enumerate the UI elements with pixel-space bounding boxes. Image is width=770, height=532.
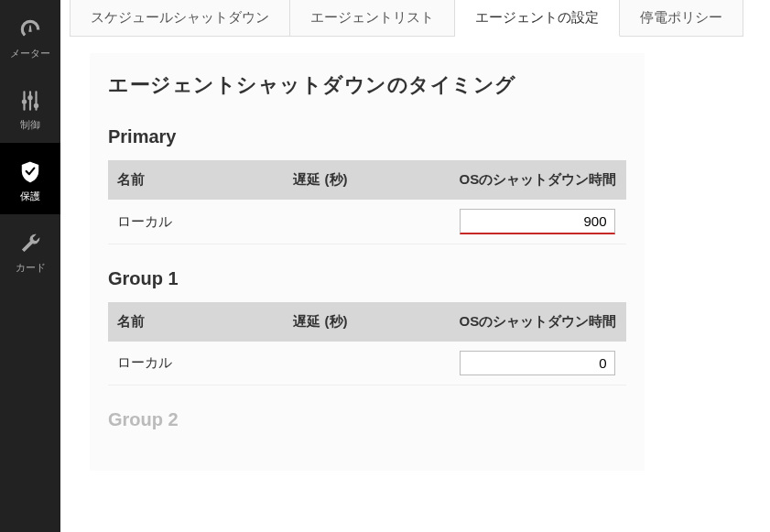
svg-point-0 <box>22 100 26 103</box>
section-title: Group 2 <box>108 409 626 430</box>
col-header-name: 名前 <box>108 302 284 342</box>
col-header-delay: 遅延 (秒) <box>284 302 450 342</box>
settings-panel: エージェントシャットダウンのタイミング Primary名前遅延 (秒)OSのシャ… <box>90 53 645 471</box>
sidebar-item-label: カード <box>16 262 46 273</box>
cell-name: ローカル <box>108 342 284 385</box>
sidebar-item-label: 制御 <box>20 119 40 130</box>
section-title: Primary <box>108 126 626 147</box>
sidebar-item-card[interactable]: カード <box>0 214 60 286</box>
agent-table: 名前遅延 (秒)OSのシャットダウン時間ローカル <box>108 160 626 244</box>
sidebar: メーター制御保護カード <box>0 0 60 532</box>
col-header-name: 名前 <box>108 160 284 200</box>
tab-agent-list[interactable]: エージェントリスト <box>290 0 455 37</box>
gauge-icon <box>17 16 43 42</box>
tab-scheduled-shutdown[interactable]: スケジュールシャットダウン <box>70 0 290 37</box>
col-header-delay: 遅延 (秒) <box>284 160 450 200</box>
main: スケジュールシャットダウンエージェントリストエージェントの設定停電ポリシー エー… <box>60 0 770 532</box>
wrench-icon <box>17 231 43 256</box>
section-title: Group 1 <box>108 268 626 289</box>
svg-point-2 <box>34 103 38 107</box>
sidebar-item-label: 保護 <box>20 190 40 201</box>
sidebar-item-meter[interactable]: メーター <box>0 0 60 71</box>
col-header-os: OSのシャットダウン時間 <box>450 302 626 342</box>
sidebar-item-control[interactable]: 制御 <box>0 71 60 143</box>
sliders-icon <box>17 88 43 114</box>
tabbar: スケジュールシャットダウンエージェントリストエージェントの設定停電ポリシー <box>60 0 770 37</box>
cell-name: ローカル <box>108 200 284 244</box>
agent-table: 名前遅延 (秒)OSのシャットダウン時間ローカル <box>108 302 626 385</box>
os-shutdown-input[interactable] <box>460 209 615 234</box>
os-shutdown-input[interactable] <box>460 351 615 375</box>
col-header-os: OSのシャットダウン時間 <box>450 160 626 200</box>
panel-title: エージェントシャットダウンのタイミング <box>108 71 626 99</box>
cell-delay <box>284 342 450 385</box>
svg-point-1 <box>28 96 32 100</box>
table-row: ローカル <box>108 342 626 385</box>
cell-os <box>450 200 626 244</box>
shield-icon <box>17 159 43 185</box>
tab-outage-policy[interactable]: 停電ポリシー <box>620 0 743 37</box>
cell-os <box>450 342 626 385</box>
sidebar-item-label: メーター <box>10 48 50 59</box>
content: エージェントシャットダウンのタイミング Primary名前遅延 (秒)OSのシャ… <box>60 37 770 532</box>
tab-agent-settings[interactable]: エージェントの設定 <box>455 0 620 37</box>
table-row: ローカル <box>108 200 626 244</box>
sidebar-item-protect[interactable]: 保護 <box>0 143 60 214</box>
cell-delay <box>284 200 450 244</box>
